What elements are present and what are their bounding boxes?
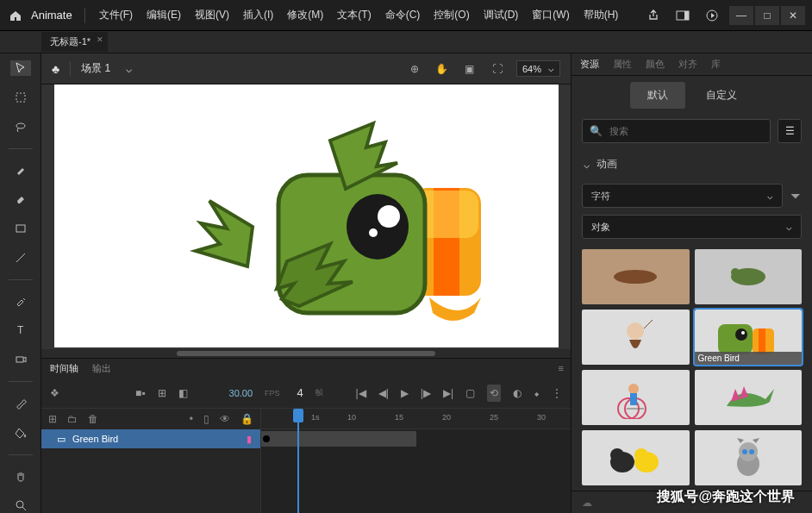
filter-icon[interactable]: ⏷ bbox=[790, 189, 802, 203]
stage-canvas[interactable] bbox=[54, 84, 559, 347]
layer-row[interactable]: ▭ Green Bird ▮ bbox=[41, 429, 260, 448]
menu-modify[interactable]: 修改(M) bbox=[282, 5, 328, 25]
brush-tool[interactable] bbox=[10, 162, 31, 178]
camera-toggle-icon[interactable]: ■▪ bbox=[135, 387, 146, 399]
share-icon[interactable] bbox=[645, 7, 662, 24]
cloud-upload-icon[interactable]: ☁ bbox=[582, 497, 592, 509]
dropdown-character[interactable]: 字符⌵ bbox=[582, 184, 783, 208]
rectangle-tool[interactable] bbox=[10, 221, 31, 236]
frame-track[interactable] bbox=[261, 429, 571, 448]
text-tool[interactable]: T bbox=[10, 322, 31, 338]
close-button[interactable]: ✕ bbox=[781, 6, 805, 25]
document-tab-label: 无标题-1* bbox=[50, 36, 91, 47]
clip-icon[interactable]: ▣ bbox=[461, 60, 478, 78]
center-stage-icon[interactable]: ⊕ bbox=[406, 60, 423, 78]
play-icon[interactable] bbox=[703, 7, 721, 24]
loop-icon[interactable]: ⟲ bbox=[487, 385, 501, 402]
insert-keyframe-icon[interactable]: ⬥ bbox=[534, 387, 540, 399]
line-tool[interactable] bbox=[10, 250, 31, 266]
fps-value[interactable]: 30.00 bbox=[229, 388, 253, 398]
menu-text[interactable]: 文本(T) bbox=[332, 5, 376, 25]
eyedropper-tool[interactable] bbox=[10, 294, 31, 310]
tab-output[interactable]: 输出 bbox=[92, 362, 111, 375]
menu-window[interactable]: 窗口(W) bbox=[527, 5, 574, 25]
zoom-dropdown[interactable]: 64% ⌵ bbox=[516, 60, 560, 77]
menu-control[interactable]: 控制(O) bbox=[428, 5, 474, 25]
close-tab-icon[interactable]: ✕ bbox=[97, 35, 103, 44]
document-tab[interactable]: 无标题-1* ✕ bbox=[41, 32, 108, 52]
layer-color-swatch[interactable]: ▮ bbox=[247, 434, 252, 445]
hand-tool[interactable] bbox=[10, 468, 31, 484]
keyframe[interactable] bbox=[263, 435, 270, 442]
outline-icon[interactable]: ▯ bbox=[203, 413, 209, 425]
fit-icon[interactable]: ⛶ bbox=[489, 60, 506, 78]
graph-icon[interactable]: ⊞ bbox=[158, 387, 166, 399]
menu-file[interactable]: 文件(F) bbox=[94, 5, 138, 25]
dropdown-object[interactable]: 对象⌵ bbox=[582, 215, 802, 239]
onion-skin-icon[interactable]: ◐ bbox=[513, 387, 522, 399]
home-icon[interactable] bbox=[7, 7, 24, 24]
play-button[interactable]: ▶ bbox=[401, 387, 409, 399]
list-view-icon[interactable]: ☰ bbox=[778, 119, 802, 143]
goto-last-icon[interactable]: ▶| bbox=[443, 387, 453, 399]
tab-library[interactable]: 库 bbox=[711, 58, 721, 71]
section-animation[interactable]: ⌵ 动画 bbox=[572, 148, 812, 180]
asset-thumbnail[interactable] bbox=[695, 249, 803, 304]
svg-line-6 bbox=[16, 253, 25, 262]
highlight-icon[interactable]: • bbox=[190, 413, 193, 425]
rotate-icon[interactable]: ✋ bbox=[434, 60, 451, 78]
lock-icon[interactable]: 🔒 bbox=[240, 413, 253, 425]
paint-bucket-tool[interactable] bbox=[10, 425, 31, 441]
asset-thumbnail[interactable] bbox=[582, 310, 690, 365]
insert-frame-icon[interactable]: ▢ bbox=[465, 387, 475, 399]
maximize-button[interactable]: □ bbox=[755, 6, 779, 25]
minimize-button[interactable]: — bbox=[729, 6, 753, 25]
goto-first-icon[interactable]: |◀ bbox=[356, 387, 366, 399]
zoom-tool[interactable] bbox=[10, 497, 31, 513]
tab-assets[interactable]: 资源 bbox=[580, 58, 599, 71]
asset-thumbnail[interactable] bbox=[582, 249, 690, 304]
visibility-icon[interactable]: 👁 bbox=[220, 413, 230, 425]
selection-tool[interactable] bbox=[10, 60, 31, 76]
horizontal-scrollbar[interactable] bbox=[41, 349, 571, 358]
asset-thumbnail[interactable] bbox=[582, 430, 690, 485]
tab-properties[interactable]: 属性 bbox=[613, 58, 632, 71]
mode-custom[interactable]: 自定义 bbox=[689, 82, 754, 109]
new-folder-icon[interactable]: 🗀 bbox=[67, 413, 78, 425]
asset-thumbnail-selected[interactable]: Green Bird bbox=[695, 310, 803, 365]
menu-help[interactable]: 帮助(H) bbox=[578, 5, 624, 25]
menu-view[interactable]: 视图(V) bbox=[190, 5, 234, 25]
layers-icon[interactable]: ❖ bbox=[50, 387, 59, 399]
menu-debug[interactable]: 调试(D) bbox=[478, 5, 524, 25]
step-back-icon[interactable]: ◀| bbox=[378, 387, 389, 399]
asset-thumbnail[interactable] bbox=[695, 430, 803, 485]
step-fwd-icon[interactable]: |▶ bbox=[421, 387, 431, 399]
eraser-tool[interactable] bbox=[10, 191, 31, 207]
panel-menu-icon[interactable]: ≡ bbox=[559, 363, 564, 373]
free-transform-tool[interactable] bbox=[10, 90, 31, 105]
scene-dropdown[interactable]: 场景 1 ⌵ bbox=[81, 61, 132, 76]
asset-thumbnail[interactable] bbox=[582, 370, 690, 425]
menu-command[interactable]: 命令(C) bbox=[380, 5, 426, 25]
menubar: 文件(F) 编辑(E) 视图(V) 插入(I) 修改(M) 文本(T) 命令(C… bbox=[94, 5, 645, 25]
marker-icon[interactable]: ◧ bbox=[178, 387, 188, 399]
search-input[interactable] bbox=[609, 126, 763, 136]
asset-thumbnail[interactable] bbox=[695, 370, 803, 425]
frame-number[interactable]: 4 bbox=[297, 386, 303, 399]
bone-tool[interactable] bbox=[10, 396, 31, 411]
new-layer-icon[interactable]: ⊞ bbox=[48, 413, 57, 425]
frames-area[interactable]: 1s 10 15 20 25 30 bbox=[261, 409, 571, 513]
tab-timeline[interactable]: 时间轴 bbox=[50, 362, 78, 375]
menu-insert[interactable]: 插入(I) bbox=[238, 5, 278, 25]
lasso-tool[interactable] bbox=[10, 119, 31, 135]
frame-ruler[interactable]: 1s 10 15 20 25 30 bbox=[261, 409, 571, 429]
camera-tool[interactable] bbox=[10, 352, 31, 367]
tab-color[interactable]: 颜色 bbox=[646, 58, 665, 71]
timeline-menu-icon[interactable]: ⋮ bbox=[552, 387, 562, 399]
tab-align[interactable]: 对齐 bbox=[678, 58, 697, 71]
playhead[interactable] bbox=[297, 409, 299, 513]
delete-layer-icon[interactable]: 🗑 bbox=[88, 413, 98, 425]
menu-edit[interactable]: 编辑(E) bbox=[141, 5, 186, 25]
workspace-icon[interactable] bbox=[674, 7, 691, 24]
mode-default[interactable]: 默认 bbox=[630, 82, 685, 109]
